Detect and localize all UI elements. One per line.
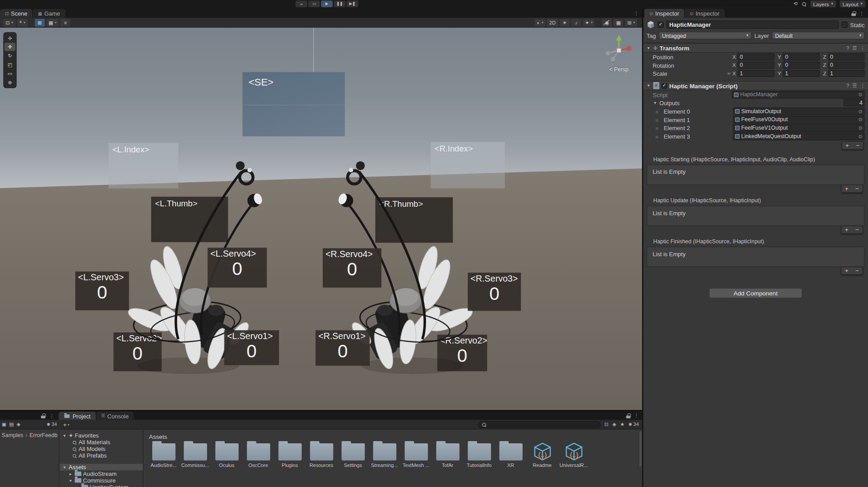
tree-item-audiostream[interactable]: AudioStream — [60, 471, 143, 477]
rotate-tool-icon[interactable] — [4, 52, 16, 60]
add-listener-button[interactable] — [841, 267, 852, 274]
lighting-toggle-icon[interactable] — [560, 19, 569, 26]
foldout-icon[interactable] — [62, 433, 67, 438]
element-object-field[interactable]: SimulatorOutput — [733, 107, 865, 115]
y-value-field[interactable]: 0 — [783, 61, 820, 69]
asset-folder-item[interactable]: Plugins — [274, 441, 306, 468]
drag-handle-icon[interactable] — [655, 124, 662, 131]
search-by-type-icon[interactable] — [604, 422, 608, 427]
breadcrumb-item[interactable]: ErrorFeedb — [29, 432, 57, 438]
magnet-snap-icon[interactable] — [61, 19, 70, 26]
tree-favorite-item[interactable]: All Prefabs — [60, 452, 143, 459]
scene-visibility-icon[interactable] — [602, 19, 612, 26]
gameobject-name-field[interactable]: HapticManager — [666, 20, 838, 29]
lock-icon[interactable] — [41, 413, 45, 418]
camera-settings-icon[interactable] — [613, 19, 623, 26]
2d-toggle[interactable]: 2D — [547, 19, 558, 26]
element-object-field[interactable]: LinkedMetaQuestOutput — [733, 132, 865, 140]
asset-folder-item[interactable]: TextMesh ... — [400, 441, 432, 468]
x-value-field[interactable]: 0 — [738, 61, 775, 69]
foldout-icon[interactable] — [62, 465, 67, 470]
asset-folder-item[interactable]: Settings — [337, 441, 369, 468]
asset-folder-item[interactable]: XR — [495, 441, 527, 468]
pivot-mode-icon[interactable] — [17, 19, 28, 26]
x-value-field[interactable]: 1 — [738, 70, 775, 77]
pause-button[interactable] — [334, 0, 345, 7]
add-listener-button[interactable] — [841, 185, 852, 192]
snap-increment-icon[interactable] — [46, 19, 59, 26]
component-menu-icon[interactable] — [860, 83, 865, 88]
y-value-field[interactable]: 0 — [783, 53, 820, 60]
array-size-field[interactable]: 4 — [844, 99, 864, 106]
foldout-icon[interactable] — [653, 100, 657, 105]
step-button[interactable] — [347, 0, 358, 7]
asset-folder-item[interactable]: AudioStre... — [148, 441, 179, 468]
scrollbar[interactable] — [639, 431, 641, 467]
audio-toggle-icon[interactable] — [571, 19, 581, 26]
scale-tool-icon[interactable] — [4, 61, 16, 69]
asset-folder-item[interactable]: Commissu... — [179, 441, 211, 468]
tab-game[interactable]: Game — [33, 9, 65, 18]
object-picker-icon[interactable] — [858, 117, 862, 122]
asset-folder-item[interactable]: TutorialInfo — [463, 441, 495, 468]
create-asset-button[interactable] — [63, 421, 69, 428]
add-element-button[interactable] — [842, 142, 853, 149]
component-enabled-checkbox[interactable] — [661, 83, 667, 88]
two-column-layout-icon[interactable] — [9, 422, 14, 427]
tab-inspector-1[interactable]: Inspector — [645, 9, 684, 18]
persp-label[interactable]: < Persp — [601, 66, 637, 73]
x-value-field[interactable]: 0 — [738, 53, 775, 60]
tree-assets-root[interactable]: Assets — [60, 464, 143, 471]
presets-icon[interactable] — [852, 83, 857, 88]
play-button[interactable] — [321, 0, 333, 7]
active-checkbox[interactable] — [657, 22, 664, 28]
tree-item-commissure[interactable]: Commissure — [60, 477, 143, 484]
foldout-icon[interactable] — [68, 478, 73, 483]
search-icon[interactable] — [802, 1, 807, 6]
asset-folder-item[interactable]: Streaming... — [369, 441, 400, 468]
grid-snap-icon[interactable] — [35, 19, 45, 26]
asset-package-item[interactable]: {..} Readme — [527, 441, 558, 468]
foldout-icon[interactable] — [75, 485, 80, 487]
tab-console[interactable]: Console — [96, 412, 134, 420]
save-search-icon[interactable] — [620, 422, 625, 427]
z-value-field[interactable]: 0 — [828, 61, 865, 69]
add-component-button[interactable]: Add Component — [709, 288, 802, 298]
remove-listener-button[interactable] — [852, 226, 863, 233]
tab-scene[interactable]: Scene — [0, 9, 32, 18]
z-value-field[interactable]: 1 — [828, 70, 865, 77]
breadcrumb[interactable]: SamplesErrorFeedb — [0, 430, 59, 441]
foldout-icon[interactable] — [68, 471, 73, 476]
layer-dropdown[interactable]: Default — [772, 32, 865, 39]
inspector-menu-icon[interactable] — [859, 11, 864, 16]
search-by-label-icon[interactable] — [612, 422, 617, 427]
transform-tool-icon[interactable] — [4, 78, 16, 86]
drag-handle-icon[interactable] — [655, 133, 662, 139]
scale-link-icon[interactable] — [727, 71, 730, 76]
project-search[interactable] — [478, 421, 600, 428]
haptic-manager-header[interactable]: Haptic Manager (Script) — [643, 81, 868, 90]
filter-icon[interactable] — [16, 422, 20, 427]
drag-handle-icon[interactable] — [655, 108, 662, 115]
remove-element-button[interactable] — [852, 142, 863, 149]
meta-link-icon[interactable] — [296, 0, 307, 7]
script-object-field[interactable]: HapticManager — [732, 90, 864, 98]
project-menu-icon[interactable] — [634, 413, 639, 418]
tab-inspector-2[interactable]: Inspector — [685, 9, 724, 18]
remove-listener-button[interactable] — [852, 267, 863, 274]
help-icon[interactable] — [846, 83, 849, 88]
outputs-foldout-row[interactable]: Outputs 4 — [643, 98, 868, 107]
foldout-icon[interactable] — [646, 83, 651, 88]
hand-tool-icon[interactable] — [4, 34, 16, 42]
one-column-layout-icon[interactable] — [2, 422, 7, 427]
lock-icon[interactable] — [626, 413, 631, 418]
transform-header[interactable]: Transform — [643, 43, 868, 53]
asset-folder-item[interactable]: Oculus — [211, 441, 243, 468]
panel-menu-icon[interactable] — [49, 413, 54, 418]
asset-folder-item[interactable]: OscCore — [243, 441, 274, 468]
drag-handle-icon[interactable] — [655, 116, 662, 123]
static-checkbox[interactable] — [841, 22, 848, 28]
tree-favorite-item[interactable]: All Materials — [60, 439, 143, 446]
asset-folder-item[interactable]: TofAr — [432, 441, 463, 468]
effects-toggle-icon[interactable] — [583, 19, 595, 26]
